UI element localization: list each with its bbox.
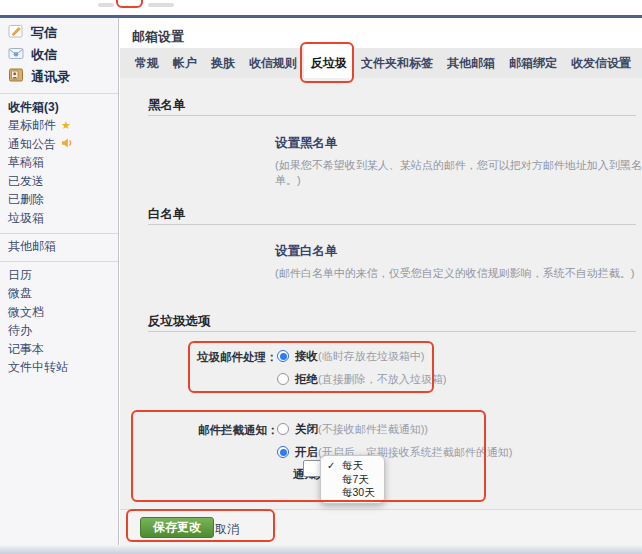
- inbox-label: 收件箱(3): [8, 99, 59, 116]
- frequency-option-label: 每30天: [342, 486, 375, 498]
- save-button[interactable]: 保存更改: [140, 517, 214, 538]
- contacts-button[interactable]: 通讯录: [0, 66, 118, 88]
- mail-sidebar: 写信 收信 通讯录 收件箱(3) 星标邮件 ★ 通知公告: [0, 18, 119, 545]
- sidebar-separator: [0, 261, 118, 262]
- sidebar-item-other-mailboxes[interactable]: 其他邮箱: [0, 238, 118, 257]
- sent-label: 已发送: [8, 173, 44, 190]
- announcements-label: 通知公告: [8, 136, 56, 153]
- notice-off-name: 关闭: [295, 422, 318, 437]
- docs-label: 微文档: [8, 304, 44, 321]
- intercept-notice-label: 邮件拦截通知：: [198, 423, 279, 438]
- speaker-icon: [61, 137, 74, 152]
- notice-off-radio[interactable]: [277, 423, 289, 435]
- tab-accounts[interactable]: 帐户: [166, 48, 204, 78]
- tab-mailbox-binding[interactable]: 邮箱绑定: [502, 48, 564, 78]
- compose-icon: [8, 23, 24, 43]
- settings-footer: 保存更改 取消: [120, 509, 642, 545]
- sidebar-item-notes[interactable]: 记事本: [0, 340, 118, 359]
- sidebar-item-sent[interactable]: 已发送: [0, 172, 118, 191]
- spam-reject-option: 拒绝 (直接删除，不放入垃圾箱): [277, 371, 446, 387]
- mail-settings-screen: 写信 收信 通讯录 收件箱(3) 星标邮件 ★ 通知公告: [0, 0, 642, 554]
- spam-accept-option: 接收 (临时存放在垃圾箱中): [277, 348, 424, 364]
- notice-off-desc: (不接收邮件拦截通知)): [318, 422, 428, 437]
- top-cropped-strip: [0, 0, 642, 15]
- notice-on-option: 开启 (开启后，定期接收系统拦截邮件的通知): [277, 444, 512, 460]
- receive-mail-label: 收信: [31, 46, 57, 64]
- settings-pane: 邮箱设置 常规 帐户 换肤 收信规则 反垃圾 文件夹和标签 其他邮箱 邮箱绑定 …: [120, 18, 642, 545]
- whitelist-description: (邮件白名单中的来信，仅受您自定义的收信规则影响，系统不自动拦截。): [275, 266, 634, 281]
- tab-skin[interactable]: 换肤: [204, 48, 242, 78]
- blacklist-description: (如果您不希望收到某人、某站点的邮件，您可以把对方邮件地址加入到黑名单。): [275, 158, 642, 188]
- sidebar-item-todo[interactable]: 待办: [0, 322, 118, 341]
- antispam-content: 黑名单 设置黑名单 (如果您不希望收到某人、某站点的邮件，您可以把对方邮件地址加…: [120, 78, 642, 509]
- window-bottom-edge: [0, 545, 642, 554]
- set-whitelist-link[interactable]: 设置白名单: [275, 243, 338, 260]
- receive-mail-button[interactable]: 收信: [0, 44, 118, 66]
- tab-general[interactable]: 常规: [128, 48, 166, 78]
- frequency-option-label: 每7天: [342, 473, 369, 485]
- tab-folders-labels[interactable]: 文件夹和标签: [354, 48, 440, 78]
- drafts-label: 草稿箱: [8, 154, 44, 171]
- settings-tabbar: 常规 帐户 换肤 收信规则 反垃圾 文件夹和标签 其他邮箱 邮箱绑定 收发信设置…: [120, 48, 642, 78]
- sidebar-item-starred[interactable]: 星标邮件 ★: [0, 117, 118, 136]
- blacklist-heading: 黑名单: [148, 97, 186, 114]
- junk-label: 垃圾箱: [8, 210, 44, 227]
- cropped-text-fragment: [148, 3, 174, 7]
- sidebar-item-inbox[interactable]: 收件箱(3): [0, 98, 118, 117]
- mail-icon: [8, 45, 24, 65]
- section-divider: [148, 115, 636, 116]
- drive-label: 微盘: [8, 285, 32, 302]
- notice-on-radio[interactable]: [277, 446, 289, 458]
- sidebar-item-file-transfer[interactable]: 文件中转站: [0, 359, 118, 378]
- set-blacklist-link[interactable]: 设置黑名单: [275, 135, 338, 152]
- contacts-label: 通讯录: [31, 68, 70, 86]
- section-divider: [148, 331, 636, 332]
- sidebar-item-docs[interactable]: 微文档: [0, 303, 118, 322]
- spam-reject-desc: (直接删除，不放入垃圾箱): [318, 372, 446, 387]
- frequency-option-30days[interactable]: 每30天: [321, 486, 384, 500]
- check-icon: ✓: [327, 459, 335, 473]
- compose-label: 写信: [31, 24, 57, 42]
- notice-off-option: 关闭 (不接收邮件拦截通知)): [277, 421, 428, 437]
- antispam-options-heading: 反垃圾选项: [148, 313, 211, 330]
- tab-antispam[interactable]: 反垃圾: [304, 48, 354, 78]
- starred-label: 星标邮件: [8, 117, 56, 134]
- spam-reject-name: 拒绝: [295, 372, 318, 387]
- frequency-option-daily[interactable]: ✓ 每天: [321, 459, 384, 473]
- tab-mail-rules[interactable]: 收信规则: [242, 48, 304, 78]
- spam-accept-desc: (临时存放在垃圾箱中): [318, 349, 424, 364]
- spam-accept-radio[interactable]: [277, 350, 289, 362]
- contacts-icon: [8, 67, 24, 87]
- frequency-option-7days[interactable]: 每7天: [321, 473, 384, 487]
- whitelist-heading: 白名单: [148, 206, 186, 223]
- sidebar-item-drafts[interactable]: 草稿箱: [0, 154, 118, 173]
- spam-reject-radio[interactable]: [277, 373, 289, 385]
- tab-send-receive-settings[interactable]: 收发信设置: [564, 48, 638, 78]
- sidebar-item-announcements[interactable]: 通知公告: [0, 135, 118, 154]
- other-mailboxes-label: 其他邮箱: [8, 238, 56, 255]
- cancel-button[interactable]: 取消: [215, 521, 239, 538]
- sidebar-item-deleted[interactable]: 已删除: [0, 191, 118, 210]
- todo-label: 待办: [8, 322, 32, 339]
- compose-button[interactable]: 写信: [0, 22, 118, 44]
- file-transfer-label: 文件中转站: [8, 359, 68, 376]
- tab-stationery[interactable]: 信纸: [638, 48, 642, 78]
- sidebar-item-calendar[interactable]: 日历: [0, 266, 118, 285]
- sidebar-item-junk[interactable]: 垃圾箱: [0, 209, 118, 228]
- sidebar-item-drive[interactable]: 微盘: [0, 285, 118, 304]
- sidebar-separator: [0, 93, 118, 94]
- section-divider: [148, 224, 636, 225]
- notes-label: 记事本: [8, 341, 44, 358]
- sidebar-separator: [0, 233, 118, 234]
- tab-other-mailboxes[interactable]: 其他邮箱: [440, 48, 502, 78]
- frequency-option-label: 每天: [342, 459, 363, 471]
- deleted-label: 已删除: [8, 191, 44, 208]
- notice-on-name: 开启: [295, 445, 318, 460]
- spam-handling-label: 垃圾邮件处理：: [197, 350, 278, 365]
- cropped-text-fragment: [98, 3, 114, 7]
- star-icon: ★: [61, 120, 71, 131]
- spam-accept-name: 接收: [295, 349, 318, 364]
- calendar-label: 日历: [8, 267, 32, 284]
- page-title: 邮箱设置: [132, 28, 184, 46]
- frequency-dropdown-menu: ✓ 每天 每7天 每30天: [320, 455, 385, 504]
